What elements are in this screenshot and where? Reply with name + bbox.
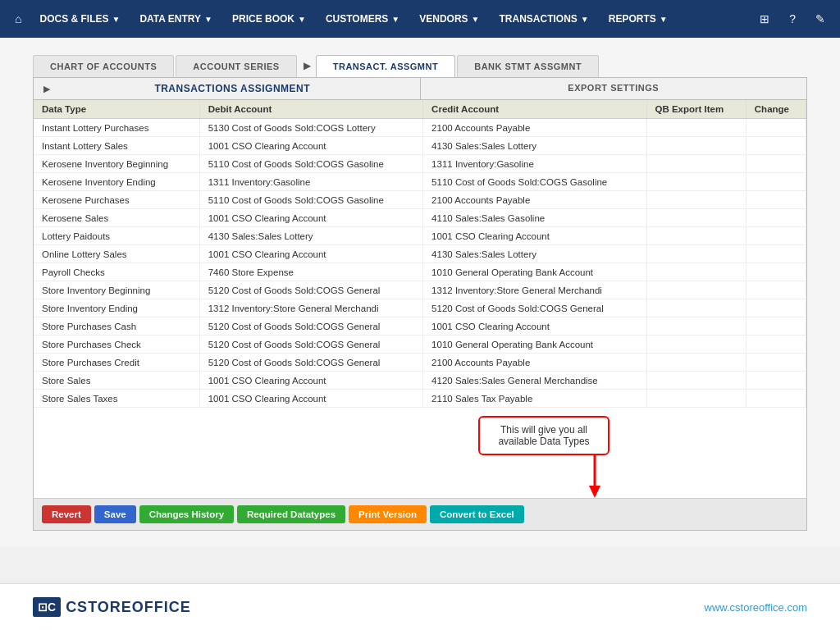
table-cell: 5120 Cost of Goods Sold:COGS General	[199, 336, 422, 354]
home-button[interactable]: ⌂	[8, 7, 28, 30]
table-cell: Store Inventory Ending	[34, 299, 199, 317]
nav-customers[interactable]: CUSTOMERS ▼	[317, 8, 408, 30]
table-cell: Store Purchases Cash	[34, 317, 199, 336]
changes-history-button[interactable]: Changes History	[139, 505, 234, 523]
edit-icon[interactable]: ✎	[809, 7, 832, 30]
table-cell	[746, 317, 806, 336]
sub-header-title: TRANSACTIONS ASSIGNMENT	[55, 83, 410, 94]
table-cell: 4130 Sales:Sales Lottery	[199, 227, 422, 245]
tab-transact-assgmnt[interactable]: TRANSACT. ASSGMNT	[316, 55, 455, 77]
table-cell: Instant Lottery Purchases	[34, 119, 199, 137]
table-cell	[646, 390, 746, 408]
footer-url: www.cstoreoffice.com	[705, 601, 807, 614]
table-cell: 2110 Sales Tax Payable	[423, 390, 646, 408]
table-cell: 1312 Inventory:Store General Merchandi	[423, 281, 646, 299]
table-cell	[646, 299, 746, 317]
table-row: Store Sales1001 CSO Clearing Account4120…	[34, 372, 806, 390]
svg-marker-1	[589, 486, 600, 498]
nav-transactions-arrow: ▼	[581, 15, 589, 24]
tab-bank-stmt-assgmnt[interactable]: BANK STMT ASSGMNT	[457, 55, 599, 77]
nav-transactions[interactable]: TRANSACTIONS ▼	[491, 8, 597, 30]
table-cell	[646, 155, 746, 173]
table-cell	[646, 336, 746, 354]
convert-to-excel-button[interactable]: Convert to Excel	[430, 505, 524, 523]
table-row: Payroll Checks7460 Store Expense1010 Gen…	[34, 263, 806, 281]
annotation-area: This will give you all available Data Ty…	[34, 408, 806, 498]
nav-docs-files-arrow: ▼	[112, 15, 120, 24]
table-cell: 5120 Cost of Goods Sold:COGS General	[423, 299, 646, 317]
content-panel: ▶ TRANSACTIONS ASSIGNMENT EXPORT SETTING…	[33, 77, 807, 531]
table-cell	[746, 354, 806, 372]
nav-vendors-arrow: ▼	[472, 15, 480, 24]
table-cell	[646, 317, 746, 336]
revert-button[interactable]: Revert	[42, 505, 91, 523]
nav-vendors[interactable]: VENDORS ▼	[411, 8, 487, 30]
nav-price-book[interactable]: PRICE BOOK ▼	[224, 8, 314, 30]
table-cell: 1001 CSO Clearing Account	[199, 390, 422, 408]
table-row: Kerosene Inventory Beginning5110 Cost of…	[34, 155, 806, 173]
table-cell: 1010 General Operating Bank Account	[423, 336, 646, 354]
tab-account-series[interactable]: ACCOUNT SERIES	[176, 55, 296, 77]
nav-reports[interactable]: REPORTS ▼	[600, 8, 676, 30]
table-cell	[746, 137, 806, 155]
nav-customers-arrow: ▼	[391, 15, 399, 24]
col-debit-account: Debit Account	[199, 100, 422, 119]
table-cell: 5120 Cost of Goods Sold:COGS General	[199, 281, 422, 299]
tab-chart-of-accounts[interactable]: CHART OF ACCOUNTS	[33, 55, 174, 77]
help-icon[interactable]: ?	[783, 7, 802, 30]
table-row: Store Purchases Check5120 Cost of Goods …	[34, 336, 806, 354]
tooltip-box: This will give you all available Data Ty…	[478, 416, 609, 455]
nav-right-icons: ⊞ ? ✎	[753, 7, 832, 30]
logo-icon: ⊡C	[33, 597, 61, 617]
table-cell	[646, 263, 746, 281]
nav-docs-files[interactable]: DOCS & FILES ▼	[31, 8, 128, 30]
table-cell	[646, 173, 746, 191]
footer: ⊡C CSTOREOFFICE www.cstoreoffice.com	[0, 583, 840, 630]
table-cell: 1001 CSO Clearing Account	[423, 317, 646, 336]
table-row: Lottery Paidouts4130 Sales:Sales Lottery…	[34, 227, 806, 245]
table-cell: 1311 Inventory:Gasoline	[423, 155, 646, 173]
table-cell: 4130 Sales:Sales Lottery	[423, 137, 646, 155]
nav-reports-arrow: ▼	[660, 15, 668, 24]
table-cell: Store Sales	[34, 372, 199, 390]
print-version-button[interactable]: Print Version	[349, 505, 427, 523]
required-datatypes-button[interactable]: Required Datatypes	[237, 505, 345, 523]
nav-data-entry-arrow: ▼	[204, 15, 212, 24]
table-cell: 2100 Accounts Payable	[423, 119, 646, 137]
table-cell: 1001 CSO Clearing Account	[199, 209, 422, 227]
top-navigation: ⌂ DOCS & FILES ▼ DATA ENTRY ▼ PRICE BOOK…	[0, 0, 840, 38]
button-row: Revert Save Changes History Required Dat…	[34, 498, 806, 530]
table-cell: Store Purchases Check	[34, 336, 199, 354]
table-header-row: Data Type Debit Account Credit Account Q…	[34, 100, 806, 119]
table-cell	[746, 245, 806, 263]
sub-header-left: ▶ TRANSACTIONS ASSIGNMENT	[34, 78, 421, 99]
table-cell	[746, 209, 806, 227]
table-cell: 7460 Store Expense	[199, 263, 422, 281]
col-qb-export: QB Export Item	[646, 100, 746, 119]
transactions-table: Data Type Debit Account Credit Account Q…	[34, 100, 806, 408]
table-cell	[646, 372, 746, 390]
grid-icon[interactable]: ⊞	[753, 7, 776, 30]
table-wrapper[interactable]: Data Type Debit Account Credit Account Q…	[34, 100, 806, 408]
table-cell: Lottery Paidouts	[34, 227, 199, 245]
table-cell: 2100 Accounts Payable	[423, 191, 646, 209]
table-cell: 1010 General Operating Bank Account	[423, 263, 646, 281]
table-cell	[646, 354, 746, 372]
table-cell: 1312 Inventory:Store General Merchandi	[199, 299, 422, 317]
table-cell: Payroll Checks	[34, 263, 199, 281]
table-cell: Kerosene Purchases	[34, 191, 199, 209]
table-row: Store Purchases Credit5120 Cost of Goods…	[34, 354, 806, 372]
col-data-type: Data Type	[34, 100, 199, 119]
table-cell: 5110 Cost of Goods Sold:COGS Gasoline	[199, 191, 422, 209]
table-cell	[746, 263, 806, 281]
table-row: Store Inventory Beginning5120 Cost of Go…	[34, 281, 806, 299]
sub-header-arrow[interactable]: ▶	[43, 84, 50, 94]
table-cell: Kerosene Inventory Beginning	[34, 155, 199, 173]
save-button[interactable]: Save	[94, 505, 136, 523]
tab-arrow[interactable]: ▶	[299, 54, 316, 77]
nav-data-entry[interactable]: DATA ENTRY ▼	[131, 8, 221, 30]
table-cell	[746, 336, 806, 354]
nav-price-book-arrow: ▼	[298, 15, 306, 24]
logo-text: CSTOREOFFICE	[66, 599, 191, 616]
table-cell: 1001 CSO Clearing Account	[199, 372, 422, 390]
